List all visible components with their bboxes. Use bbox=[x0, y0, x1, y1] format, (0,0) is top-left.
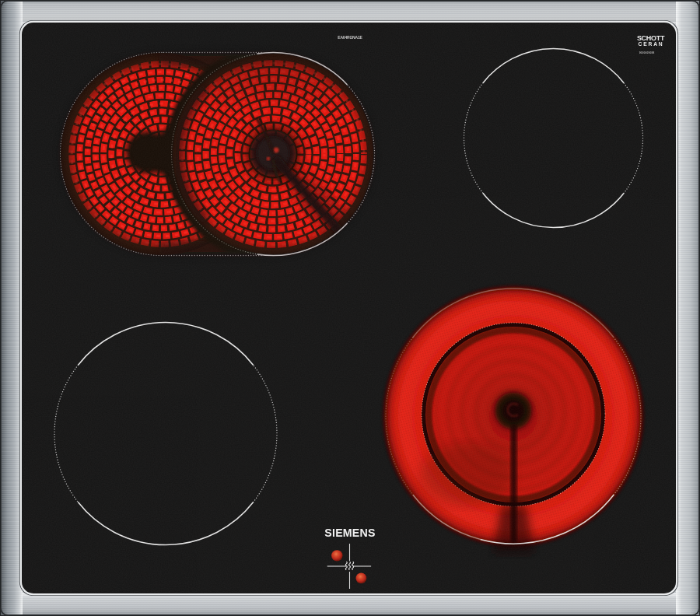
svg-text:SIEMENS: SIEMENS bbox=[324, 527, 375, 539]
svg-text:SCHOTT: SCHOTT bbox=[637, 34, 665, 42]
svg-text:CERAN: CERAN bbox=[639, 41, 664, 47]
svg-text:EA64RGNA1E: EA64RGNA1E bbox=[338, 35, 362, 40]
svg-text:9000609088: 9000609088 bbox=[639, 51, 655, 54]
